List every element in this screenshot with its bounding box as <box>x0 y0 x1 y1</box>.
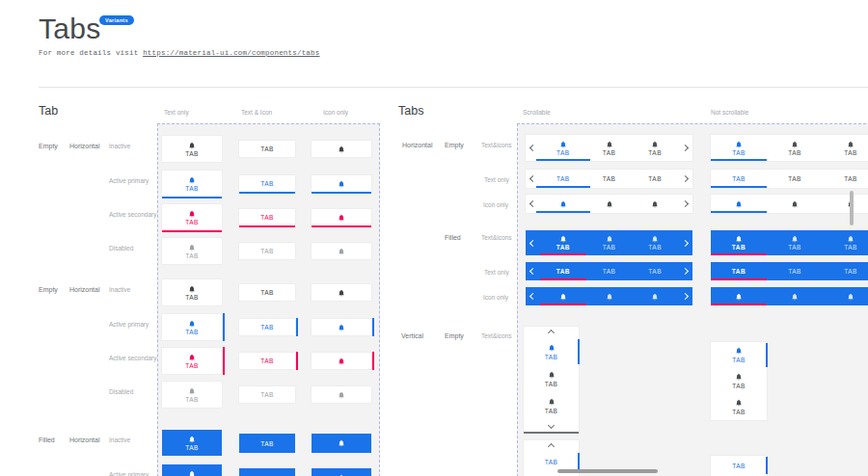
tab-icon-sample[interactable] <box>312 175 371 192</box>
tab-item[interactable]: TAB <box>540 262 586 280</box>
tab-text-sample[interactable]: TAB <box>239 468 295 476</box>
tab-item[interactable]: TAB <box>767 230 823 255</box>
bell-icon <box>847 141 854 148</box>
tab-label: TAB <box>545 354 558 360</box>
tab-text-sample[interactable]: TAB <box>239 386 295 403</box>
tab-text-icon-sample[interactable]: TAB <box>162 382 222 408</box>
chevron-right-icon[interactable] <box>678 230 692 255</box>
tab-text-sample[interactable]: TAB <box>239 141 295 157</box>
tab-item[interactable]: TAB <box>524 365 579 392</box>
tab-text-sample[interactable]: TAB <box>239 319 295 335</box>
tab-item[interactable]: TAB <box>823 135 868 161</box>
tab-icon-sample[interactable] <box>312 353 371 369</box>
tab-label: TAB <box>185 219 199 225</box>
tab-item[interactable]: TAB <box>524 338 579 365</box>
chevron-up-icon[interactable] <box>524 327 579 338</box>
tab-text-icon-sample[interactable]: TAB <box>162 136 222 162</box>
tab-item[interactable]: TAB <box>540 135 586 161</box>
tab-item[interactable]: TAB <box>632 230 678 255</box>
chevron-right-icon[interactable] <box>678 135 692 161</box>
chevron-down-icon[interactable] <box>524 419 579 431</box>
tab-item[interactable] <box>823 287 868 305</box>
tab-item[interactable]: TAB <box>632 135 678 161</box>
tab-text-sample[interactable]: TAB <box>239 353 295 369</box>
tab-item[interactable]: TAB <box>711 342 767 368</box>
tab-item[interactable] <box>767 195 823 213</box>
tab-item[interactable] <box>711 195 767 213</box>
tab-item[interactable]: TAB <box>586 135 633 161</box>
chevron-left-icon[interactable] <box>526 287 540 305</box>
tab-row: TAB TAB <box>157 204 379 237</box>
tab-item[interactable]: TAB <box>540 170 586 188</box>
chevron-up-icon[interactable] <box>524 440 579 452</box>
tab-item[interactable]: TAB <box>586 170 633 188</box>
tab-text-sample[interactable]: TAB <box>239 243 295 259</box>
vertical-scrollbar[interactable] <box>850 191 854 225</box>
tab-item[interactable]: TAB <box>711 135 767 161</box>
tab-icon-sample[interactable] <box>312 468 371 476</box>
tab-row: TAB TAB <box>157 348 379 381</box>
chevron-glyph <box>682 239 689 246</box>
tab-item[interactable] <box>540 195 586 213</box>
tab-text-sample[interactable]: TAB <box>239 175 295 192</box>
tab-text-icon-sample[interactable]: TAB <box>162 238 222 264</box>
chevron-right-icon[interactable] <box>678 287 692 305</box>
tab-icon-sample[interactable] <box>312 319 371 335</box>
tab-item[interactable]: TAB <box>586 262 633 280</box>
tab-item[interactable]: TAB <box>711 368 767 394</box>
tab-icon-sample[interactable] <box>312 141 371 157</box>
tab-text-icon-sample[interactable]: TAB <box>162 314 222 340</box>
tab-item[interactable] <box>823 195 868 213</box>
tab-label: TAB <box>545 459 558 465</box>
tab-item[interactable] <box>767 287 823 305</box>
tab-item[interactable]: TAB <box>524 392 579 419</box>
tab-text-icon-sample[interactable]: TAB <box>162 279 222 305</box>
tab-item[interactable] <box>586 287 633 305</box>
tab-item[interactable]: TAB <box>767 170 823 188</box>
docs-link[interactable]: https://material-ui.com/components/tabs <box>143 49 319 57</box>
tab-item[interactable]: TAB <box>767 135 823 161</box>
tabs-card: TAB TAB TAB <box>711 135 868 161</box>
tab-item[interactable]: TAB <box>711 456 767 475</box>
tab-text-sample[interactable]: TAB <box>239 434 295 453</box>
tab-item[interactable] <box>632 195 678 213</box>
tab-item[interactable]: TAB <box>632 262 678 280</box>
tab-text-sample[interactable]: TAB <box>239 209 295 225</box>
tab-item[interactable] <box>711 287 767 305</box>
tab-icon-sample[interactable] <box>312 284 371 301</box>
tab-item[interactable]: TAB <box>711 262 767 280</box>
tab-item[interactable]: TAB <box>711 170 767 188</box>
tab-icon-sample[interactable] <box>312 243 371 259</box>
tab-item[interactable] <box>632 287 678 305</box>
tab-icon-sample[interactable] <box>312 209 371 225</box>
tab-item[interactable]: TAB <box>767 262 823 280</box>
tab-text-icon-sample[interactable]: TAB <box>162 171 222 197</box>
chevron-right-icon[interactable] <box>678 170 692 188</box>
tab-item[interactable]: TAB <box>632 170 678 188</box>
tab-text-sample[interactable]: TAB <box>239 284 295 301</box>
tab-item[interactable]: TAB <box>586 230 633 255</box>
tab-item[interactable]: TAB <box>711 230 767 255</box>
tab-item[interactable] <box>540 287 586 305</box>
tab-item[interactable] <box>586 195 633 213</box>
tab-icon-sample[interactable] <box>312 386 371 403</box>
chevron-right-icon[interactable] <box>678 195 692 213</box>
tab-icon-sample[interactable] <box>312 434 371 453</box>
tab-item[interactable]: TAB <box>823 262 868 280</box>
tab-item[interactable]: TAB <box>524 452 579 471</box>
tab-item[interactable]: TAB <box>823 230 868 255</box>
chevron-left-icon[interactable] <box>526 262 540 280</box>
tab-label: TAB <box>732 383 746 389</box>
horizontal-scrollbar[interactable] <box>557 469 658 473</box>
tab-text-icon-sample[interactable]: TAB <box>162 204 222 230</box>
tab-text-icon-sample[interactable]: TAB <box>162 464 222 476</box>
chevron-left-icon[interactable] <box>526 135 540 161</box>
tab-text-icon-sample[interactable]: TAB <box>162 348 222 374</box>
bell-icon <box>188 142 196 149</box>
chevron-right-icon[interactable] <box>678 262 692 280</box>
chevron-left-icon[interactable] <box>526 230 540 255</box>
tab-item[interactable]: TAB <box>711 394 767 420</box>
tab-text-icon-sample[interactable]: TAB <box>162 430 222 456</box>
tab-item[interactable]: TAB <box>823 170 868 188</box>
tab-item[interactable]: TAB <box>540 230 586 255</box>
